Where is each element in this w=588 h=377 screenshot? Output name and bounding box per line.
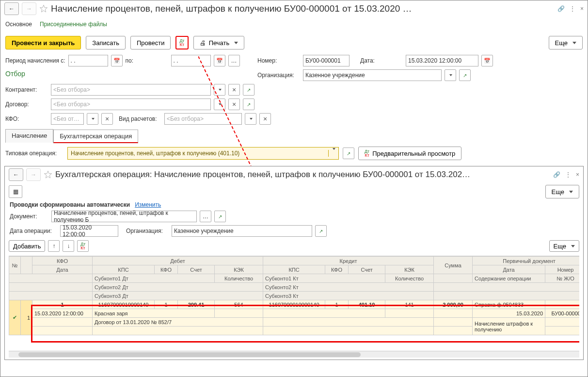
date-label: Дата: [360, 57, 403, 64]
print-button[interactable]: 🖨 Печать [193, 36, 245, 49]
p2-date-input[interactable]: 15.03.2020 12:00:00 [60, 225, 118, 237]
period-to-calendar[interactable] [214, 55, 225, 66]
p2-move-up[interactable]: ↑ [48, 240, 60, 252]
p2-doc-ellipsis[interactable] [200, 211, 211, 222]
post-and-close-button[interactable]: Провести и закрыть [5, 36, 81, 49]
p2-org-label: Организация: [126, 228, 169, 234]
table-row[interactable]: 15.03.2020 12:00:00 Красная заря 15.03.2… [9, 309, 580, 318]
period-to-label: по: [126, 57, 168, 64]
contract-open[interactable] [243, 98, 254, 110]
p2-close-icon[interactable]: × [576, 171, 579, 178]
window-title: Начисление процентов, пеней, штрафов к п… [51, 3, 555, 14]
org-dropdown[interactable] [445, 69, 456, 81]
p2-date-label: Дата операции: [10, 228, 57, 234]
contract-input[interactable]: <Без отбора> [51, 98, 211, 110]
p2-more-button[interactable]: Еще [545, 185, 579, 198]
save-button[interactable]: Записать [86, 36, 126, 49]
contragent-open[interactable] [243, 84, 254, 96]
calc-label: Вид расчетов: [119, 115, 161, 122]
dtkt-icon: ДтКт [179, 39, 184, 47]
p2-grid-icon-button[interactable]: ▦ [9, 185, 22, 198]
tab-accounting-op[interactable]: Бухгалтерская операция [53, 130, 138, 143]
kebab-icon[interactable]: ⋮ [570, 5, 575, 12]
number-label: Номер: [257, 57, 300, 64]
typop-label: Типовая операция: [5, 150, 64, 157]
contragent-label: Контрагент: [5, 86, 48, 93]
back-button[interactable]: ← [4, 2, 19, 15]
link-icon[interactable]: 🔗 [557, 5, 565, 12]
horizontal-scrollbar[interactable] [9, 351, 579, 358]
kfo-dropdown[interactable] [87, 113, 98, 125]
calc-dropdown[interactable] [245, 113, 256, 125]
tab-accrual[interactable]: Начисление [5, 129, 53, 143]
favorite-star-icon[interactable] [39, 4, 48, 13]
dtkt-icon: ДтКт [365, 149, 369, 157]
post-button[interactable]: Провести [130, 36, 171, 49]
contract-label: Договор: [5, 101, 48, 108]
contragent-clear[interactable] [228, 84, 240, 96]
typop-input[interactable]: Начисление процентов, пеней, штрафов к п… [67, 147, 339, 160]
org-open[interactable] [459, 69, 471, 81]
contragent-dropdown[interactable] [214, 84, 225, 96]
kfo-label: КФО: [5, 115, 48, 122]
p2-org-input[interactable]: Казенное учреждение [172, 225, 312, 237]
typop-dropdown[interactable] [328, 150, 335, 157]
p2-back-button[interactable]: ← [9, 168, 23, 181]
org-input[interactable]: Казенное учреждение [303, 69, 442, 81]
p2-grid-more-button[interactable]: Еще [549, 240, 579, 252]
table-row[interactable]: Договор от 13.01.2020 № 852/7 Начисление… [9, 318, 580, 327]
typop-open[interactable] [343, 148, 354, 159]
p2-add-button[interactable]: Добавить [9, 240, 45, 252]
calc-clear[interactable] [259, 113, 271, 125]
contract-dropdown[interactable] [214, 98, 225, 110]
kfo-input[interactable]: <Без от… [51, 113, 84, 125]
period-ellipsis[interactable] [228, 55, 240, 66]
date-input[interactable]: 15.03.2020 12:00:00 [406, 55, 478, 66]
period-from-label: Период начисления с: [5, 57, 65, 64]
tab-main[interactable]: Основное [5, 19, 32, 30]
forward-button: → [22, 2, 36, 15]
p2-move-down[interactable]: ↓ [63, 240, 74, 252]
calc-input[interactable]: <Без отбора> [164, 113, 242, 125]
date-calendar[interactable] [481, 55, 493, 66]
more-button[interactable]: Еще [549, 36, 583, 49]
p2-dtkt-small[interactable]: ДтКт [77, 240, 89, 252]
p2-doc-input[interactable]: Начисление процентов, пеней, штрафов к п… [51, 211, 197, 222]
period-to-input[interactable]: . . [171, 55, 211, 66]
contract-clear[interactable] [228, 98, 240, 110]
dtkt-button[interactable]: ДтКт [175, 36, 188, 49]
p2-doc-label: Документ: [10, 213, 48, 220]
p2-change-link[interactable]: Изменить [135, 201, 161, 208]
p2-org-open[interactable] [315, 225, 327, 237]
entries-grid[interactable]: № КФО Дебет Кредит Сумма Первичный докум… [9, 256, 579, 335]
table-row[interactable]: ✔ 1 1 11607000010000140 1 209.41 564 116… [9, 300, 580, 309]
contragent-input[interactable]: <Без отбора> [51, 84, 211, 96]
tab-files[interactable]: Присоединенные файлы [40, 19, 107, 30]
preview-button[interactable]: ДтКт Предварительный просмотр [358, 147, 461, 160]
close-icon[interactable]: × [580, 5, 584, 12]
period-from-calendar[interactable] [111, 55, 123, 66]
row-check-icon: ✔ [9, 300, 21, 335]
p2-kebab-icon[interactable]: ⋮ [565, 171, 571, 178]
p2-doc-open[interactable] [214, 211, 226, 222]
kfo-clear[interactable] [101, 113, 113, 125]
period-from-input[interactable]: . . [68, 55, 108, 66]
org-label: Организация: [257, 72, 300, 79]
p2-favorite-star-icon[interactable] [44, 170, 52, 179]
p2-title: Бухгалтерская операция: Начисление проце… [55, 170, 550, 180]
filter-section-title: Отбор [0, 68, 253, 82]
p2-forward-button: → [26, 168, 41, 181]
p2-link-icon[interactable]: 🔗 [553, 171, 560, 178]
number-input[interactable]: БУ00-000001 [303, 55, 350, 66]
p2-auto-label: Проводки сформированы автоматически [10, 201, 130, 208]
